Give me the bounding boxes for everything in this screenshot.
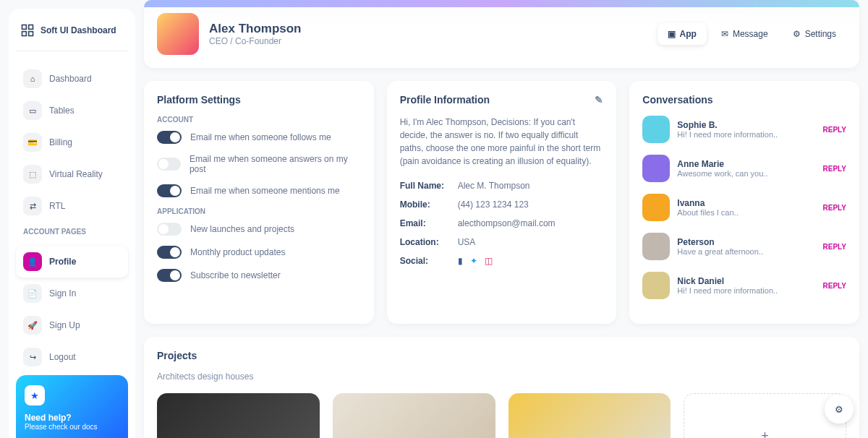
sidebar-item-label: Tables	[49, 106, 75, 116]
toggle-label: Email me when someone answers on my post	[190, 154, 361, 174]
avatar	[157, 13, 199, 55]
tab-app[interactable]: ▣ App	[658, 23, 707, 45]
sidebar-item-label: Virtual Reality	[49, 169, 103, 179]
toggle-switch[interactable]	[157, 269, 182, 282]
sidebar-item-label: RTL	[49, 201, 65, 211]
new-project-button[interactable]: + New project	[684, 393, 846, 438]
info-label: Location:	[400, 237, 451, 247]
card-title: Profile Information	[400, 94, 490, 106]
toggle-label: Email me when someone mentions me	[190, 186, 340, 196]
toggle-switch[interactable]	[157, 131, 182, 144]
svg-rect-2	[22, 32, 27, 36]
reply-button[interactable]: REPLY	[823, 204, 846, 212]
info-value: alecthompson@mail.com	[458, 218, 556, 228]
reply-button[interactable]: REPLY	[823, 243, 846, 251]
reply-button[interactable]: REPLY	[823, 165, 846, 173]
toggle-switch[interactable]	[157, 223, 182, 236]
sidebar-item-label: Profile	[49, 257, 76, 267]
brand[interactable]: Soft UI Dashboard	[16, 20, 128, 51]
conversation-message: Awesome work, can you..	[677, 169, 815, 178]
projects-subtitle: Architects design houses	[157, 372, 846, 382]
toggle-label: New launches and projects	[190, 224, 294, 234]
profile-info-card: Profile Information ✎ Hi, I'm Alec Thomp…	[387, 81, 617, 324]
facebook-icon[interactable]: ▮	[458, 256, 463, 266]
sidebar-item-virtual-reality[interactable]: ⬚ Virtual Reality	[16, 158, 128, 190]
conversation-item: Sophie B. Hi! I need more information.. …	[642, 116, 846, 143]
conversation-name: Sophie B.	[677, 120, 815, 130]
conversation-message: Hi! I need more information..	[677, 130, 815, 139]
help-title: Need help?	[25, 413, 119, 423]
avatar	[642, 194, 670, 221]
tables-icon: ▭	[23, 101, 42, 120]
star-icon: ★	[25, 385, 45, 405]
card-title: Platform Settings	[157, 94, 361, 106]
avatar	[642, 272, 670, 299]
project-image[interactable]	[333, 393, 495, 438]
help-card: ★ Need help? Please check our docs DOCUM…	[16, 375, 128, 438]
project-image[interactable]	[509, 393, 671, 438]
svg-rect-1	[29, 25, 33, 30]
conversation-message: Have a great afternoon..	[677, 247, 815, 256]
sidebar-item-logout[interactable]: ↪ Logout	[16, 341, 128, 373]
help-subtitle: Please check our docs	[25, 423, 119, 431]
sidebar-item-sign-up[interactable]: 🚀 Sign Up	[16, 309, 128, 341]
tab-label: Message	[733, 29, 768, 39]
project-image[interactable]	[157, 393, 320, 438]
avatar	[642, 233, 670, 260]
section-label: Account	[157, 116, 361, 124]
profile-role: CEO / Co-Founder	[209, 36, 647, 46]
message-icon: ✉	[721, 29, 728, 39]
reply-button[interactable]: REPLY	[823, 126, 846, 134]
toggle-switch[interactable]	[157, 184, 182, 197]
toggle-switch[interactable]	[157, 246, 182, 259]
info-value: (44) 123 1234 123	[458, 199, 529, 210]
sidebar-item-label: Dashboard	[49, 74, 92, 84]
instagram-icon[interactable]: ◫	[485, 256, 493, 266]
sidebar-item-rtl[interactable]: ⇄ RTL	[16, 190, 128, 222]
platform-settings-card: Platform Settings Account Email me when …	[144, 81, 374, 324]
tab-message[interactable]: ✉ Message	[711, 23, 778, 45]
social-label: Social:	[400, 256, 451, 266]
sidebar-item-label: Billing	[49, 137, 72, 147]
sidebar: Soft UI Dashboard ⌂ Dashboard ▭ Tables 💳…	[9, 9, 135, 438]
sidebar-item-tables[interactable]: ▭ Tables	[16, 95, 128, 126]
conversation-name: Ivanna	[677, 198, 815, 208]
twitter-icon[interactable]: ✦	[470, 256, 477, 266]
svg-rect-0	[22, 25, 27, 30]
sidebar-item-profile[interactable]: 👤 Profile	[16, 246, 128, 278]
rtl-icon: ⇄	[23, 197, 42, 215]
tab-settings[interactable]: ⚙ Settings	[783, 23, 846, 45]
conversation-item: Peterson Have a great afternoon.. REPLY	[642, 233, 846, 260]
info-label: Email:	[400, 218, 451, 228]
conversation-item: Anne Marie Awesome work, can you.. REPLY	[642, 155, 846, 182]
toggle-label: Email me when someone follows me	[190, 132, 331, 142]
sign-in-icon: 📄	[23, 284, 42, 303]
virtual-reality-icon: ⬚	[23, 165, 42, 184]
toggle-switch[interactable]	[157, 158, 181, 171]
svg-rect-3	[29, 32, 33, 36]
nav-section-title: Account Pages	[16, 222, 128, 241]
brand-text: Soft UI Dashboard	[41, 25, 116, 35]
conversation-message: Hi! I need more information..	[677, 286, 815, 295]
settings-fab[interactable]: ⚙	[825, 395, 854, 424]
sidebar-item-sign-in[interactable]: 📄 Sign In	[16, 278, 128, 309]
card-title: Projects	[157, 350, 846, 361]
tab-label: Settings	[805, 29, 836, 39]
conversation-name: Peterson	[677, 237, 815, 247]
conversation-item: Ivanna About files I can.. REPLY	[642, 194, 846, 221]
avatar	[642, 116, 670, 143]
profile-icon: 👤	[23, 252, 42, 271]
info-label: Mobile:	[400, 199, 451, 210]
logout-icon: ↪	[23, 348, 42, 366]
edit-icon[interactable]: ✎	[595, 94, 603, 106]
profile-name: Alex Thompson	[209, 22, 647, 36]
sidebar-item-billing[interactable]: 💳 Billing	[16, 126, 128, 158]
card-title: Conversations	[642, 94, 846, 106]
main-content: Alex Thompson CEO / Co-Founder ▣ App ✉ M…	[144, 0, 868, 438]
settings-icon: ⚙	[793, 29, 801, 39]
sidebar-item-dashboard[interactable]: ⌂ Dashboard	[16, 63, 128, 95]
billing-icon: 💳	[23, 133, 42, 152]
profile-header: Alex Thompson CEO / Co-Founder ▣ App ✉ M…	[144, 0, 859, 68]
conversation-name: Anne Marie	[677, 159, 815, 169]
reply-button[interactable]: REPLY	[823, 282, 846, 290]
